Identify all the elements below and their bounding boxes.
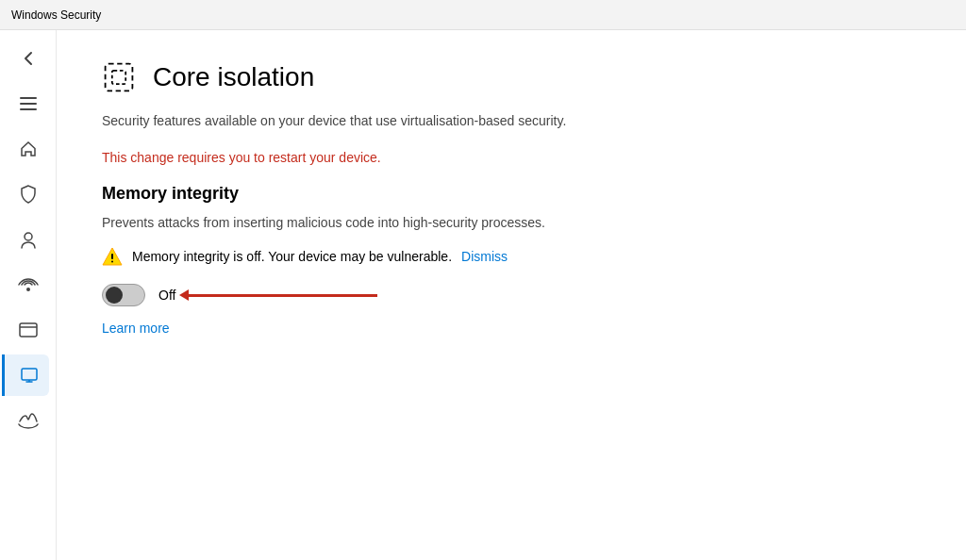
title-bar: Windows Security [0,0,966,30]
arrow-line [189,294,377,297]
restart-warning: This change requires you to restart your… [102,150,921,165]
arrow-indicator [189,294,377,297]
sidebar-item-network[interactable] [8,264,49,305]
title-bar-text: Windows Security [11,8,101,22]
svg-rect-2 [20,108,37,110]
menu-icon [20,97,37,110]
sidebar-item-menu[interactable] [8,83,49,124]
page-title: Core isolation [153,62,314,92]
sidebar-item-device-security[interactable] [2,354,49,396]
app-body: Core isolation Security features availab… [0,30,966,560]
memory-integrity-toggle[interactable] [102,284,145,306]
warning-message: Memory integrity is off. Your device may… [132,249,452,264]
account-icon [19,229,38,250]
svg-rect-8 [112,71,125,84]
sidebar-item-home[interactable] [8,128,49,170]
svg-point-4 [26,288,30,291]
device-security-icon [20,366,39,385]
toggle-row: Off [102,284,921,306]
sidebar-item-account[interactable] [8,219,49,260]
toggle-knob [106,287,123,304]
main-content: Core isolation Security features availab… [57,30,966,560]
shield-icon [19,184,38,205]
health-icon [18,412,39,429]
sidebar-item-health[interactable] [8,400,49,441]
sidebar-item-virus[interactable] [8,173,49,215]
home-icon [19,140,38,158]
svg-rect-7 [106,64,133,91]
back-icon [20,50,37,67]
memory-integrity-title: Memory integrity [102,184,921,204]
memory-integrity-description: Prevents attacks from inserting maliciou… [102,213,630,233]
core-isolation-icon [102,60,136,94]
learn-more-link[interactable]: Learn more [102,321,170,336]
network-icon [18,276,39,293]
svg-point-3 [25,233,32,240]
dismiss-link[interactable]: Dismiss [461,249,508,264]
svg-rect-6 [22,369,37,380]
sidebar-item-back[interactable] [8,38,49,79]
browser-icon [19,322,38,338]
page-header: Core isolation [102,60,921,94]
svg-rect-5 [20,323,37,337]
sidebar [0,30,57,560]
toggle-label: Off [158,288,175,303]
warning-row: Memory integrity is off. Your device may… [102,246,921,267]
svg-rect-1 [20,103,37,105]
svg-rect-0 [20,97,37,99]
sidebar-item-app-browser[interactable] [8,309,49,351]
svg-point-9 [111,261,113,263]
warning-triangle-icon [102,246,123,267]
page-description: Security features available on your devi… [102,111,743,131]
